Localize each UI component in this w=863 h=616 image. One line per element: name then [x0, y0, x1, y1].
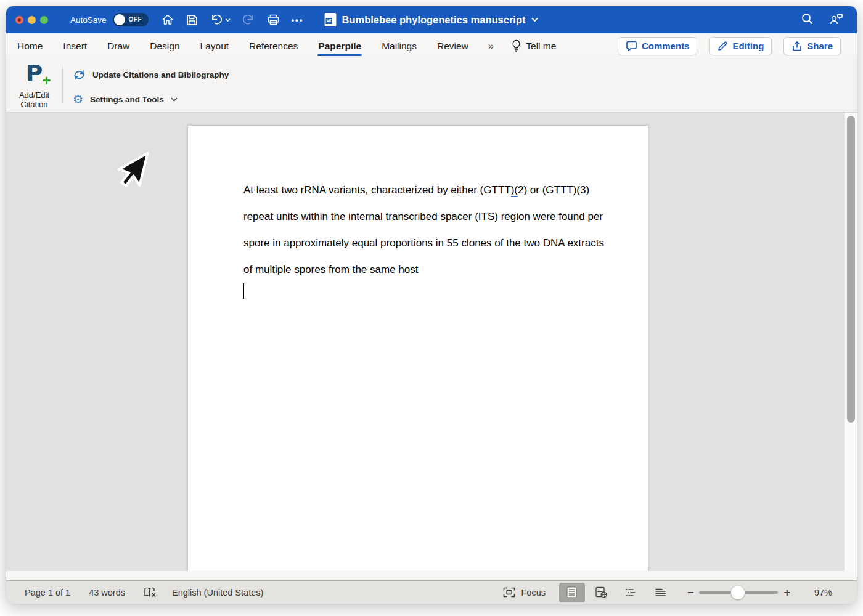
paperpile-ribbon: P + Add/Edit Citation Update Citations a… — [6, 59, 857, 113]
tab-design[interactable]: Design — [149, 35, 180, 57]
title-bar: AutoSave OFF — [6, 6, 857, 33]
text-caret — [243, 283, 244, 299]
text-line-4: of multiple spores from the same host — [243, 256, 592, 283]
view-switcher — [559, 583, 674, 602]
tab-layout[interactable]: Layout — [200, 35, 230, 57]
tab-insert[interactable]: Insert — [62, 35, 88, 57]
outline-view-button[interactable] — [618, 583, 644, 602]
add-edit-citation-button[interactable]: P + Add/Edit Citation — [6, 59, 62, 113]
tab-mailings[interactable]: Mailings — [381, 35, 417, 57]
vertical-scrollbar[interactable] — [844, 113, 857, 571]
home-icon[interactable] — [161, 13, 174, 26]
settings-chevron-down-icon — [171, 97, 178, 102]
focus-icon — [503, 587, 515, 598]
print-icon[interactable] — [266, 13, 280, 26]
word-document-icon: W — [325, 13, 337, 26]
paperpile-logo-letter: P — [26, 60, 43, 87]
settings-and-tools-label: Settings and Tools — [90, 95, 164, 104]
document-page[interactable]: At least two rRNA variants, characterize… — [188, 126, 648, 571]
ribbon-group-divider — [62, 66, 63, 103]
page-count-status[interactable]: Page 1 of 1 — [25, 588, 70, 598]
comment-icon — [626, 41, 637, 52]
web-layout-icon — [595, 586, 607, 598]
status-bar: Page 1 of 1 43 words English (United Sta… — [6, 580, 857, 604]
close-window-button[interactable] — [15, 16, 23, 24]
text-line-3: spore in approximately equal proportions… — [243, 230, 592, 256]
language-status[interactable]: English (United States) — [172, 588, 263, 598]
tab-paperpile[interactable]: Paperpile — [317, 35, 362, 57]
zoom-out-button[interactable]: − — [687, 587, 694, 598]
zoom-slider-thumb[interactable] — [731, 586, 745, 599]
add-edit-citation-label: Add/Edit Citation — [19, 91, 49, 109]
editing-button-label: Editing — [732, 41, 764, 51]
paperpile-logo-icon: P + — [26, 60, 43, 89]
text-line-2: repeat units within the internal transcr… — [243, 203, 592, 230]
minimize-window-button[interactable] — [28, 16, 36, 24]
document-canvas: At least two rRNA variants, characterize… — [6, 113, 857, 571]
tab-references[interactable]: References — [248, 35, 298, 57]
undo-icon[interactable] — [210, 13, 223, 26]
zoom-window-button[interactable] — [40, 16, 48, 24]
autosave-toggle[interactable]: OFF — [113, 13, 149, 26]
tell-me-label: Tell me — [526, 41, 556, 52]
word-count-status[interactable]: 43 words — [89, 588, 125, 598]
web-layout-view-button[interactable] — [589, 583, 615, 602]
line1-post: 2) or (GTTT)(3) — [518, 184, 589, 196]
ribbon-tab-row: Home Insert Draw Design Layout Reference… — [6, 33, 857, 59]
text-line-1: At least two rRNA variants, characterize… — [243, 177, 592, 203]
draft-view-icon — [655, 588, 666, 598]
focus-label: Focus — [521, 588, 546, 598]
autosave-toggle-knob — [114, 14, 125, 25]
undo-dropdown-chevron-icon[interactable] — [225, 18, 231, 22]
document-title-menu[interactable]: W Bumblebee phylogenetics manuscript — [325, 6, 539, 33]
document-text: At least two rRNA variants, characterize… — [243, 177, 592, 283]
more-commands-icon[interactable]: ••• — [292, 15, 304, 25]
word-window: AutoSave OFF — [6, 6, 857, 604]
update-citations-label: Update Citations and Bibliography — [92, 70, 229, 79]
tab-home[interactable]: Home — [17, 35, 43, 57]
focus-button[interactable]: Focus — [503, 587, 546, 598]
comments-button-label: Comments — [642, 41, 690, 51]
zoom-control: − + — [687, 587, 790, 598]
tab-draw[interactable]: Draw — [107, 35, 130, 57]
autosave-label: AutoSave — [70, 15, 107, 25]
zoom-in-button[interactable]: + — [783, 587, 790, 598]
tell-me[interactable]: Tell me — [512, 39, 556, 52]
paperpile-logo-plus: + — [42, 75, 51, 87]
redo-icon — [242, 13, 255, 26]
title-chevron-down-icon — [531, 17, 538, 22]
draft-view-button[interactable] — [648, 583, 674, 602]
grammar-check-underline[interactable]: )( — [511, 184, 518, 197]
share-button-label: Share — [807, 41, 833, 51]
editing-button[interactable]: Editing — [709, 37, 772, 55]
gear-icon: ⚙ — [73, 94, 83, 105]
print-layout-icon — [566, 586, 577, 598]
comments-button[interactable]: Comments — [618, 37, 698, 55]
share-icon — [791, 41, 803, 52]
pencil-icon — [717, 41, 728, 52]
lightbulb-icon — [512, 39, 521, 52]
update-citations-button[interactable]: Update Citations and Bibliography — [73, 66, 229, 83]
tab-overflow-chevrons[interactable]: » — [488, 40, 493, 52]
share-button[interactable]: Share — [783, 37, 841, 55]
bottom-strip — [6, 571, 857, 580]
mouse-cursor-arrow — [115, 148, 153, 208]
zoom-slider-track[interactable] — [699, 591, 778, 594]
vertical-scrollbar-thumb[interactable] — [847, 116, 855, 423]
search-icon[interactable] — [801, 12, 814, 28]
save-icon[interactable] — [186, 14, 198, 26]
zoom-percentage[interactable]: 97% — [805, 588, 832, 598]
line1-pre: At least two rRNA variants, characterize… — [243, 184, 511, 196]
print-layout-view-button[interactable] — [559, 583, 585, 602]
document-title: Bumblebee phylogenetics manuscript — [342, 14, 526, 26]
people-presence-icon[interactable] — [828, 12, 845, 28]
proofing-status-icon[interactable] — [144, 586, 157, 598]
outline-view-icon — [625, 588, 637, 598]
settings-and-tools-button[interactable]: ⚙ Settings and Tools — [73, 91, 178, 108]
refresh-icon — [73, 69, 86, 81]
tab-review[interactable]: Review — [436, 35, 469, 57]
traffic-lights — [15, 16, 48, 24]
autosave-state: OFF — [129, 16, 142, 23]
